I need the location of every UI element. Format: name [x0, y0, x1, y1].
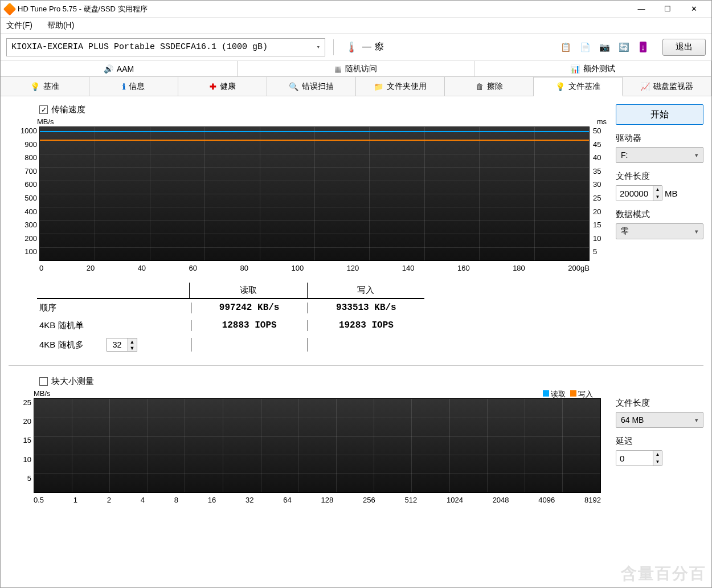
blocksize-checkbox[interactable] — [39, 377, 48, 386]
drive-dropdown[interactable]: F:▾ — [616, 147, 703, 163]
chart-surface2 — [34, 398, 601, 493]
separator — [333, 39, 334, 55]
section-divider — [9, 365, 703, 366]
tab-extra-tests[interactable]: 📊额外测试 — [474, 61, 711, 76]
spin-down-icon[interactable]: ▼ — [653, 458, 662, 466]
tab-label: AAM — [117, 64, 134, 74]
queue-depth-value[interactable] — [107, 338, 128, 351]
paste-icon: 📄 — [580, 42, 591, 52]
spin-down-icon[interactable]: ▼ — [128, 345, 137, 351]
monitor-icon: 📈 — [640, 82, 650, 91]
camera-icon: 📷 — [599, 42, 610, 52]
yaxis-left-unit2: MB/s — [34, 389, 51, 398]
tab-folderusage[interactable]: 📁文件夹使用 — [356, 77, 445, 96]
row-seq-read: 997242 KB/s — [191, 303, 308, 313]
download-icon: ↓ — [640, 42, 646, 52]
drive-label: 驱动器 — [616, 133, 703, 144]
start-button[interactable]: 开始 — [616, 104, 703, 125]
tab-benchmark[interactable]: 💡基准 — [1, 77, 89, 96]
delay-label: 延迟 — [616, 436, 703, 447]
refresh-button[interactable]: 🔄 — [616, 39, 632, 55]
queue-depth-spinner[interactable]: ▲▼ — [107, 338, 137, 352]
yaxis-right: 5045403530252015105 — [593, 126, 609, 261]
speaker-icon: 🔊 — [104, 64, 113, 74]
read-series — [40, 131, 589, 132]
tab-label: 文件夹使用 — [387, 81, 427, 92]
tab-row-bottom: 💡基准 ℹ信息 ✚健康 🔍错误扫描 📁文件夹使用 🗑擦除 💡文件基准 📈磁盘监视… — [1, 77, 711, 96]
header-read: 读取 — [189, 283, 306, 298]
right-panel-top: 开始 驱动器 F:▾ 文件长度 ▲▼ MB 数据模式 零▾ — [616, 104, 703, 355]
datamode-dropdown[interactable]: 零▾ — [616, 223, 703, 239]
screenshot-button[interactable]: 📷 — [596, 39, 612, 55]
chart-blocksize: MB/s 读取 写入 252015105 0.51248163264128256… — [17, 390, 607, 510]
filelen-unit: MB — [665, 189, 678, 198]
tab-label: 磁盘监视器 — [653, 81, 693, 92]
filelen2-dropdown[interactable]: 64 MB▾ — [616, 412, 703, 428]
tab-erase[interactable]: 🗑擦除 — [445, 77, 534, 96]
delay-value[interactable] — [616, 451, 653, 466]
folder-icon: 📁 — [374, 82, 383, 91]
yaxis-left: 1000900800700600500400300200100 — [17, 126, 37, 261]
datamode-value: 零 — [621, 226, 629, 236]
tab-random-access[interactable]: ▦随机访问 — [238, 61, 474, 76]
tab-info[interactable]: ℹ信息 — [89, 77, 178, 96]
menubar: 文件(F) 帮助(H) — [1, 18, 711, 34]
refresh-icon: 🔄 — [619, 42, 629, 52]
spin-up-icon[interactable]: ▲ — [653, 451, 662, 458]
transfer-speed-checkbox[interactable] — [39, 105, 48, 114]
tab-monitor[interactable]: 📈磁盘监视器 — [623, 77, 711, 96]
copy-button[interactable]: 📋 — [558, 39, 574, 55]
tab-errorscan[interactable]: 🔍错误扫描 — [267, 77, 356, 96]
swatch-write-icon — [570, 390, 576, 397]
filelen-value[interactable] — [616, 186, 653, 201]
row-4k-multi-label: 4KB 随机多 — [39, 340, 84, 350]
chevron-down-icon: ▾ — [695, 416, 698, 424]
app-icon — [3, 2, 17, 15]
tab-label: 随机访问 — [345, 64, 377, 74]
window-title: HD Tune Pro 5.75 - 硬盘/SSD 实用程序 — [18, 4, 628, 14]
tab-label: 基准 — [43, 81, 59, 92]
filelen2-label: 文件长度 — [616, 398, 703, 409]
bulb-icon: 💡 — [30, 82, 40, 91]
close-button[interactable]: ✕ — [681, 1, 707, 18]
legend-write: 写入 — [578, 390, 593, 398]
tab-label: 文件基准 — [568, 81, 600, 92]
titlebar: HD Tune Pro 5.75 - 硬盘/SSD 实用程序 — ☐ ✕ — [1, 1, 711, 18]
grid-icon: ▦ — [334, 64, 342, 74]
tab-health[interactable]: ✚健康 — [178, 77, 267, 96]
menu-file[interactable]: 文件(F) — [4, 19, 35, 32]
trash-icon: 🗑 — [476, 82, 484, 91]
paste-button[interactable]: 📄 — [577, 39, 593, 55]
right-panel-bottom: 文件长度 64 MB▾ 延迟 ▲▼ — [616, 376, 703, 510]
menu-help[interactable]: 帮助(H) — [45, 19, 76, 32]
tab-filebench[interactable]: 💡文件基准 — [534, 77, 623, 96]
content-area: 传输速度 MB/s ms 100090080070060050040030020… — [1, 96, 711, 587]
tab-label: 额外测试 — [583, 64, 615, 74]
chevron-down-icon: ▾ — [695, 152, 698, 159]
row-seq-write: 933513 KB/s — [308, 303, 424, 313]
xaxis2: 0.512481632641282565121024204840968192 — [34, 496, 601, 504]
spin-up-icon[interactable]: ▲ — [653, 186, 662, 193]
filelen-spinner[interactable]: ▲▼ — [616, 185, 662, 201]
row-seq-label: 顺序 — [37, 303, 191, 313]
yaxis-right-unit: ms — [597, 117, 607, 126]
yaxis-left2: 252015105 — [17, 398, 31, 493]
maximize-button[interactable]: ☐ — [654, 1, 681, 18]
tab-label: 错误扫描 — [302, 81, 334, 92]
minimize-button[interactable]: — — [628, 1, 654, 18]
row-4k-single-read: 12883 IOPS — [191, 320, 308, 331]
save-button[interactable]: ↓ — [635, 39, 651, 55]
temperature-indicator: 🌡️ — 瘵 — [342, 41, 384, 54]
exit-button[interactable]: 退出 — [662, 39, 706, 56]
device-value: KIOXIA-EXCERIA PLUS Portable SSDECFA16.1… — [11, 42, 268, 52]
row-4k-single-label: 4KB 随机单 — [37, 320, 191, 331]
thermometer-icon: 🌡️ — [345, 41, 358, 54]
tab-label: 健康 — [220, 81, 236, 92]
spin-down-icon[interactable]: ▼ — [653, 193, 662, 201]
delay-spinner[interactable]: ▲▼ — [616, 450, 662, 466]
tab-label: 信息 — [129, 81, 145, 92]
spin-up-icon[interactable]: ▲ — [128, 338, 137, 345]
row-4k-single-write: 19283 IOPS — [308, 320, 424, 331]
device-dropdown[interactable]: KIOXIA-EXCERIA PLUS Portable SSDECFA16.1… — [6, 38, 325, 56]
tab-aam[interactable]: 🔊AAM — [1, 61, 238, 76]
